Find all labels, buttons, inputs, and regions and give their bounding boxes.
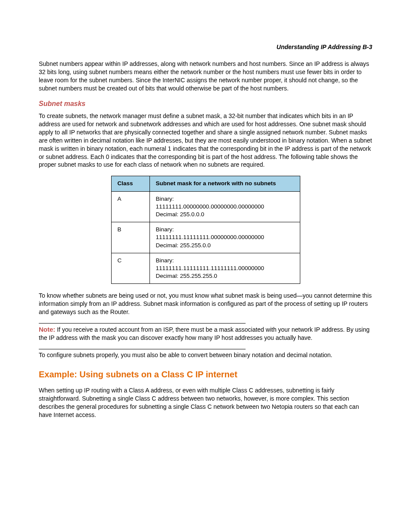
binary-value: 11111111.11111111.00000000.00000000: [156, 234, 265, 240]
note-body: If you receive a routed account from an …: [39, 326, 370, 341]
table-cell-class: C: [111, 253, 149, 284]
subnet-masks-paragraph-1: To create subnets, the network manager m…: [39, 112, 372, 169]
note-paragraph: Note: If you receive a routed account fr…: [39, 325, 372, 342]
decimal-value: Decimal: 255.0.0.0: [156, 211, 205, 218]
note-rule-top: [39, 323, 246, 324]
decimal-value: Decimal: 255.255.255.0: [156, 273, 218, 279]
binary-value: 11111111.11111111.11111111.00000000: [156, 265, 265, 271]
binary-label: Binary:: [156, 257, 174, 264]
table-cell-mask: Binary: 11111111.00000000.00000000.00000…: [149, 191, 300, 222]
subnet-masks-heading: Subnet masks: [39, 99, 372, 109]
table-row: C Binary: 11111111.11111111.11111111.000…: [111, 253, 300, 284]
example-paragraph-1: When setting up IP routing with a Class …: [39, 386, 372, 419]
subnet-masks-paragraph-2: To know whether subnets are being used o…: [39, 292, 372, 316]
table-header-row: Class Subnet mask for a network with no …: [111, 176, 300, 191]
table-cell-mask: Binary: 11111111.11111111.11111111.00000…: [149, 253, 300, 284]
table-cell-mask: Binary: 11111111.11111111.00000000.00000…: [149, 222, 300, 253]
example-heading: Example: Using subnets on a Class C IP i…: [39, 369, 372, 380]
subnet-masks-paragraph-3: To configure subnets properly, you must …: [39, 351, 372, 359]
page-header: Understanding IP Addressing B-3: [39, 43, 372, 51]
table-row: A Binary: 11111111.00000000.00000000.000…: [111, 191, 300, 222]
table-cell-class: A: [111, 191, 149, 222]
intro-paragraph: Subnet numbers appear within IP addresse…: [39, 60, 372, 93]
note-rule-bottom: [39, 349, 246, 349]
table-header-class: Class: [111, 176, 149, 191]
subnet-mask-table: Class Subnet mask for a network with no …: [111, 176, 300, 284]
table-cell-class: B: [111, 222, 149, 253]
decimal-value: Decimal: 255.255.0.0: [156, 242, 211, 249]
table-header-mask: Subnet mask for a network with no subnet…: [149, 176, 300, 191]
binary-value: 11111111.00000000.00000000.00000000: [156, 203, 265, 210]
binary-label: Binary:: [156, 196, 174, 202]
table-row: B Binary: 11111111.11111111.00000000.000…: [111, 222, 300, 253]
note-label: Note:: [39, 326, 55, 333]
binary-label: Binary:: [156, 226, 174, 233]
